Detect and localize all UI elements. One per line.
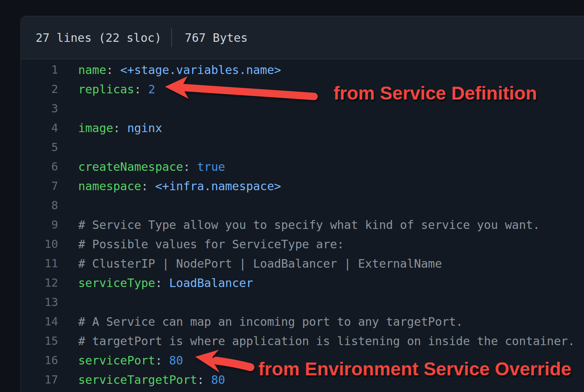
code-text: # A Service can map an incoming port to …	[78, 315, 463, 328]
code-text: # Service Type allow you to specify what…	[78, 218, 540, 232]
arrow-left-icon	[159, 73, 321, 104]
line-number[interactable]: 3	[21, 102, 58, 115]
line-number[interactable]: 14	[21, 315, 58, 328]
line-number[interactable]: 4	[21, 121, 58, 134]
code-line: 7namespace: <+infra.namespace>	[21, 176, 584, 196]
code-text: # Possible values for ServiceType are:	[78, 237, 344, 251]
code-text: namespace: <+infra.namespace>	[78, 179, 281, 193]
line-number[interactable]: 9	[21, 218, 58, 231]
code-text: createNamespace: true	[78, 160, 225, 174]
line-number[interactable]: 16	[21, 354, 58, 367]
code-text: image: nginx	[78, 121, 162, 135]
code-line: 14# A Service can map an incoming port t…	[21, 312, 584, 331]
code-line: 11# ClusterIP | NodePort | LoadBalancer …	[21, 254, 584, 273]
line-number[interactable]: 13	[21, 296, 58, 309]
line-number[interactable]: 7	[21, 179, 58, 193]
file-size-info: 767 Bytes	[185, 31, 248, 45]
file-lines-info: 27 lines (22 sloc)	[36, 31, 161, 45]
line-number[interactable]: 12	[21, 276, 58, 289]
code-file-panel: 27 lines (22 sloc) 767 Bytes 1name: <+st…	[21, 16, 584, 392]
code-line: 15# targetPort is where application is l…	[21, 331, 584, 351]
screenshot-stage: 27 lines (22 sloc) 767 Bytes 1name: <+st…	[0, 0, 584, 392]
file-header: 27 lines (22 sloc) 767 Bytes	[21, 16, 584, 59]
code-line: 4image: nginx	[21, 118, 584, 138]
line-number[interactable]: 10	[21, 237, 58, 251]
line-number[interactable]: 11	[21, 257, 58, 270]
code-text: servicePort: 80	[78, 354, 183, 367]
code-text: serviceType: LoadBalancer	[78, 276, 253, 290]
annotation-service-definition: from Service Definition	[333, 84, 537, 103]
line-number[interactable]: 15	[21, 334, 58, 347]
code-line: 6createNamespace: true	[21, 157, 584, 176]
line-number[interactable]: 5	[21, 141, 58, 154]
code-line: 10# Possible values for ServiceType are:	[21, 234, 584, 254]
arrow-left-icon	[189, 346, 259, 377]
line-number[interactable]: 1	[21, 63, 58, 76]
code-line: 8	[21, 196, 584, 215]
code-area: 1name: <+stage.variables.name>2replicas:…	[21, 59, 584, 389]
code-text: replicas: 2	[78, 83, 155, 96]
header-divider	[171, 28, 172, 47]
line-number[interactable]: 8	[21, 199, 58, 212]
code-line: 12serviceType: LoadBalancer	[21, 273, 584, 292]
line-number[interactable]: 6	[21, 160, 58, 173]
line-number[interactable]: 2	[21, 83, 58, 96]
code-line: 9# Service Type allow you to specify wha…	[21, 215, 584, 234]
code-text: # ClusterIP | NodePort | LoadBalancer | …	[78, 257, 442, 270]
code-line: 13	[21, 292, 584, 312]
code-line: 5	[21, 138, 584, 157]
code-text: # targetPort is where application is lis…	[78, 334, 575, 348]
annotation-environment-override: from Environment Service Override	[258, 360, 571, 378]
line-number[interactable]: 17	[21, 373, 58, 386]
